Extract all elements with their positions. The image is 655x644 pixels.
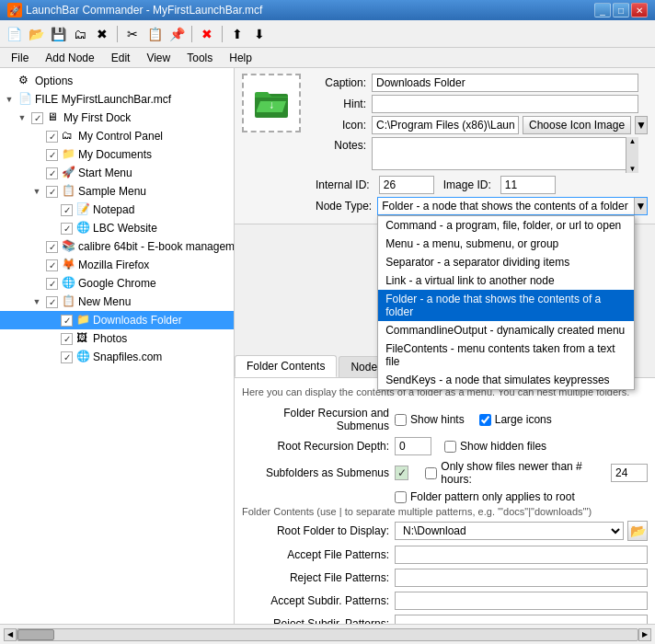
- caption-input[interactable]: [372, 74, 638, 92]
- close-button[interactable]: ✕: [631, 3, 648, 17]
- pattern-input[interactable]: [395, 491, 407, 503]
- reject-subdir-input[interactable]: [395, 615, 648, 624]
- tree-item-lbc[interactable]: 🌐 LBC Website: [0, 219, 234, 237]
- dropdown-item-cmdoutput[interactable]: CommandlineOutput - dynamically created …: [378, 321, 634, 339]
- dropdown-item-sendkeys[interactable]: SendKeys - a node that simulates keypres…: [378, 371, 634, 389]
- tree-item-photos[interactable]: 🖼 Photos: [0, 329, 234, 348]
- subfolders-checkbox[interactable]: [395, 466, 408, 480]
- dropdown-item-filecontents[interactable]: FileContents - menu contents taken from …: [378, 339, 634, 371]
- tree-item-snapfiles[interactable]: 🌐 Snapfiles.com: [0, 348, 234, 366]
- tree-item-chrome[interactable]: 🌐 Google Chrome: [0, 274, 234, 293]
- tree-item-mydocs[interactable]: 📁 My Documents: [0, 145, 234, 164]
- minimize-button[interactable]: _: [594, 3, 611, 17]
- tree-item-startmenu[interactable]: 🚀 Start Menu: [0, 164, 234, 182]
- large-icons-input[interactable]: [479, 414, 491, 426]
- close-file-button[interactable]: ✖: [92, 24, 112, 44]
- paste-button[interactable]: 📌: [167, 24, 187, 44]
- dropdown-item-separator[interactable]: Separator - a separator dividing items: [378, 253, 634, 271]
- internal-id-input[interactable]: [379, 176, 434, 194]
- node-type-arrow[interactable]: ▼: [634, 198, 647, 214]
- pattern-row: Folder pattern only applies to root: [242, 490, 648, 503]
- dropdown-item-link[interactable]: Link - a virtual link to another node: [378, 271, 634, 290]
- menu-view[interactable]: View: [139, 50, 178, 66]
- tab-folder-contents[interactable]: Folder Contents: [235, 355, 337, 377]
- scroll-right-arrow[interactable]: ▶: [638, 628, 651, 641]
- check-notepad[interactable]: [61, 204, 73, 216]
- expand-newmenu[interactable]: ▼: [29, 294, 44, 309]
- scroll-track[interactable]: [17, 628, 638, 641]
- reject-file-input[interactable]: [395, 569, 648, 587]
- menu-help[interactable]: Help: [222, 50, 259, 66]
- check-calibre[interactable]: [46, 241, 58, 253]
- notes-scroll-down[interactable]: ▼: [626, 165, 638, 173]
- tree-item-notepad[interactable]: 📝 Notepad: [0, 201, 234, 219]
- dropdown-item-folder[interactable]: Folder - a node that shows the contents …: [378, 290, 634, 321]
- node-type-select[interactable]: Folder - a node that shows the contents …: [377, 197, 648, 215]
- tree-item-file[interactable]: ▼ 📄 FILE MyFirstLaunchBar.mcf: [0, 90, 234, 109]
- copy-button[interactable]: 📋: [144, 24, 165, 44]
- root-depth-input[interactable]: [395, 437, 431, 455]
- save-button[interactable]: 💾: [48, 24, 68, 44]
- hours-input[interactable]: [611, 464, 648, 482]
- check-sample[interactable]: [46, 186, 58, 198]
- newer-input[interactable]: [425, 467, 437, 479]
- hint-input[interactable]: [372, 95, 638, 113]
- pattern-check[interactable]: Folder pattern only applies to root: [395, 490, 575, 503]
- tree-item-dock[interactable]: ▼ 🖥 My First Dock: [0, 109, 234, 127]
- tree-item-downloads[interactable]: 📁 Downloads Folder: [0, 311, 234, 329]
- check-snapfiles[interactable]: [61, 351, 73, 363]
- image-id-input[interactable]: [500, 176, 556, 194]
- check-mydocs[interactable]: [46, 149, 58, 161]
- choose-icon-button[interactable]: Choose Icon Image: [523, 116, 631, 134]
- hidden-files-check[interactable]: Show hidden files: [444, 440, 546, 453]
- menu-edit[interactable]: Edit: [104, 50, 138, 66]
- browse-button[interactable]: 📂: [627, 521, 648, 541]
- dropdown-item-command[interactable]: Command - a program, file, folder, or ur…: [378, 216, 634, 235]
- expand-dock[interactable]: ▼: [15, 110, 29, 125]
- delete-button[interactable]: ✖: [197, 24, 217, 44]
- show-hints-check[interactable]: Show hints: [395, 413, 465, 426]
- tree-item-options[interactable]: ⚙ Options: [0, 72, 234, 90]
- large-icons-check[interactable]: Large icons: [479, 413, 552, 426]
- scroll-left-arrow[interactable]: ◀: [4, 628, 17, 641]
- notes-textarea[interactable]: [372, 137, 638, 170]
- cut-button[interactable]: ✂: [122, 24, 143, 44]
- check-firefox[interactable]: [46, 259, 58, 271]
- check-lbc[interactable]: [61, 223, 73, 235]
- check-cp[interactable]: [46, 131, 58, 143]
- accept-file-input[interactable]: [395, 546, 648, 564]
- movedown-button[interactable]: ⬇: [249, 24, 270, 44]
- new-button[interactable]: 📄: [4, 24, 24, 44]
- check-downloads[interactable]: [61, 315, 73, 327]
- hidden-files-input[interactable]: [444, 441, 456, 453]
- menu-tools[interactable]: Tools: [179, 50, 220, 66]
- moveup-button[interactable]: ⬆: [227, 24, 247, 44]
- notes-scroll-up[interactable]: ▲: [626, 137, 638, 145]
- check-start[interactable]: [46, 167, 58, 179]
- expand-start: [29, 166, 44, 180]
- tree-item-newmenu[interactable]: ▼ 📋 New Menu: [0, 293, 234, 311]
- tree-item-firefox[interactable]: 🦊 Mozilla Firefox: [0, 256, 234, 274]
- tree-item-samplemenu[interactable]: ▼ 📋 Sample Menu: [0, 182, 234, 201]
- tree-item-controlpanel[interactable]: 🗂 My Control Panel: [0, 127, 234, 145]
- check-photos[interactable]: [61, 333, 73, 345]
- accept-subdir-input[interactable]: [395, 592, 648, 610]
- root-folder-select[interactable]: N:\Download: [395, 522, 624, 540]
- icon-path-input[interactable]: [372, 116, 519, 134]
- menu-addnode[interactable]: Add Node: [38, 50, 101, 66]
- expand-sample[interactable]: ▼: [29, 184, 44, 199]
- dropdown-arrow-icon[interactable]: ▼: [635, 116, 648, 134]
- show-hints-input[interactable]: [395, 414, 407, 426]
- tree-item-calibre[interactable]: 📚 calibre 64bit - E-book manageme...: [0, 237, 234, 256]
- dropdown-item-menu[interactable]: Menu - a menu, submenu, or group: [378, 235, 634, 253]
- check-chrome[interactable]: [46, 278, 58, 290]
- node-type-dropdown[interactable]: Command - a program, file, folder, or ur…: [377, 215, 635, 390]
- check-newmenu[interactable]: [46, 296, 58, 308]
- open-button[interactable]: 📂: [26, 24, 46, 44]
- saveas-button[interactable]: 🗂: [70, 24, 90, 44]
- menu-file[interactable]: File: [4, 50, 36, 66]
- newer-check[interactable]: Only show files newer than # hours:: [425, 460, 605, 486]
- check-dock[interactable]: [31, 112, 43, 124]
- maximize-button[interactable]: □: [613, 3, 629, 17]
- expand-file[interactable]: ▼: [2, 92, 17, 107]
